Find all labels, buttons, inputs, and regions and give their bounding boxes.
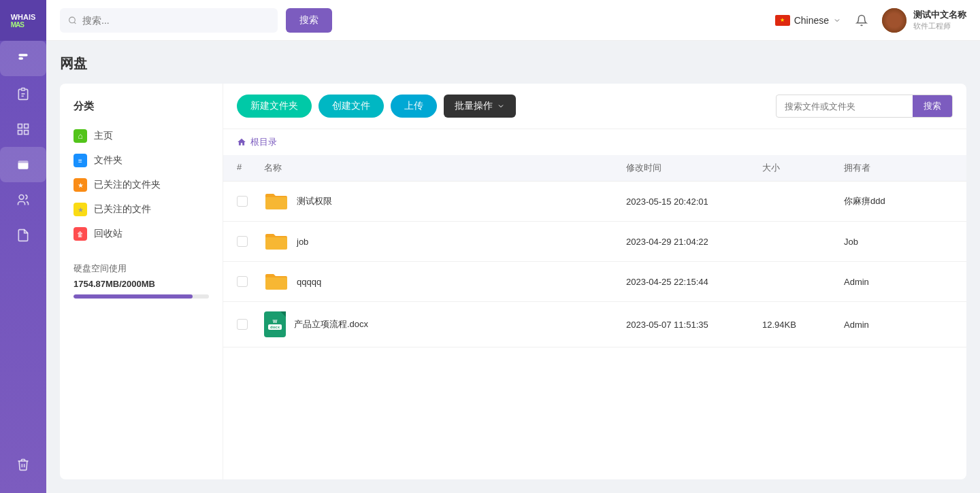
svg-rect-0	[22, 88, 25, 90]
sidebar-item-documents[interactable]	[0, 218, 46, 253]
file-modified: 2023-04-25 22:15:44	[626, 277, 762, 287]
header: 搜索 ★ Chinese 测试中文名称 软件工程师	[46, 0, 980, 41]
category-home-label: 主页	[94, 130, 113, 142]
table-row: qqqqq 2023-04-25 22:15:44 Admin	[223, 262, 966, 302]
category-item-star-folder[interactable]: ★ 已关注的文件夹	[74, 173, 209, 197]
sidebar-item-users[interactable]	[0, 182, 46, 218]
file-modified: 2023-05-15 20:42:01	[626, 197, 762, 207]
docx-icon: W docx	[264, 311, 286, 337]
category-star-file-label: 已关注的文件	[94, 203, 151, 216]
table-header: # 名称 修改时间 大小 拥有者	[223, 155, 966, 182]
row-checkbox[interactable]	[237, 236, 248, 247]
row-checkbox[interactable]	[237, 276, 248, 287]
folder-icon	[264, 231, 289, 252]
user-name: 测试中文名称	[913, 9, 966, 21]
row-checkbox[interactable]	[237, 319, 248, 330]
storage-bar-background	[74, 294, 209, 299]
toolbar: 新建文件夹 创建文件 上传 批量操作 搜索	[223, 84, 966, 129]
notification-button[interactable]	[849, 8, 874, 33]
sidebar-item-trash[interactable]	[0, 447, 46, 482]
col-modified: 修改时间	[626, 162, 762, 174]
trash-cat-icon: 🗑	[74, 227, 87, 241]
sidebar-item-grid[interactable]	[0, 112, 46, 147]
batch-chevron-icon	[497, 102, 505, 110]
table-row: job 2023-04-29 21:04:22 Job	[223, 222, 966, 262]
col-hash: #	[237, 162, 264, 174]
folder-icon	[264, 191, 289, 211]
user-info[interactable]: 测试中文名称 软件工程师	[882, 8, 966, 33]
create-file-button[interactable]: 创建文件	[318, 95, 384, 118]
col-name: 名称	[264, 162, 626, 174]
file-modified: 2023-04-29 21:04:22	[626, 237, 762, 247]
main-card: 分类 ⌂ 主页 ≡ 文件夹 ★ 已关注的文件夹 ★ 已关注的文件	[60, 84, 966, 479]
file-owner: Job	[844, 237, 953, 247]
file-owner: 你麻痹ddd	[844, 195, 953, 207]
svg-line-9	[74, 22, 76, 23]
row-checkbox[interactable]	[237, 196, 248, 207]
table-row: W docx 产品立项流程.docx 2023-05-07 11:51:35 1…	[223, 302, 966, 347]
sidebar-item-clipboard[interactable]	[0, 76, 46, 112]
global-search-input[interactable]	[82, 15, 270, 26]
file-name: job	[297, 237, 308, 247]
category-title: 分类	[74, 100, 209, 113]
search-icon	[68, 16, 77, 25]
file-name-cell: job	[264, 231, 626, 252]
chevron-down-icon	[833, 16, 841, 24]
language-selector[interactable]: ★ Chinese	[775, 15, 841, 26]
left-panel: 分类 ⌂ 主页 ≡ 文件夹 ★ 已关注的文件夹 ★ 已关注的文件	[60, 84, 223, 479]
svg-rect-5	[18, 131, 22, 135]
file-name-cell: qqqqq	[264, 271, 626, 292]
col-size: 大小	[762, 162, 844, 174]
avatar	[882, 8, 906, 33]
file-size: 12.94KB	[762, 320, 844, 330]
category-item-trash[interactable]: 🗑 回收站	[74, 222, 209, 246]
storage-amount: 1754.87MB/2000MB	[74, 279, 209, 289]
breadcrumb-path: 根目录	[250, 136, 277, 148]
star-file-cat-icon: ★	[74, 203, 87, 216]
file-name-cell: 测试权限	[264, 191, 626, 211]
svg-point-8	[69, 17, 76, 23]
table-row: 测试权限 2023-05-15 20:42:01 你麻痹ddd	[223, 182, 966, 222]
sidebar: WHAIS MAS	[0, 0, 46, 493]
user-role: 软件工程师	[913, 21, 966, 31]
folder-icon	[264, 271, 289, 292]
star-folder-cat-icon: ★	[74, 178, 87, 192]
right-panel: 新建文件夹 创建文件 上传 批量操作 搜索 根目录	[223, 84, 966, 479]
upload-button[interactable]: 上传	[391, 95, 437, 118]
global-search-button[interactable]: 搜索	[286, 8, 332, 33]
file-owner: Admin	[844, 320, 953, 330]
file-search-button[interactable]: 搜索	[913, 95, 952, 118]
file-owner: Admin	[844, 277, 953, 287]
category-item-folder[interactable]: ≡ 文件夹	[74, 148, 209, 173]
svg-rect-3	[18, 124, 22, 129]
svg-rect-4	[24, 124, 29, 129]
page-title: 网盘	[60, 54, 966, 73]
storage-label: 硬盘空间使用	[74, 262, 209, 275]
batch-button[interactable]: 批量操作	[444, 95, 516, 118]
storage-bar-fill	[74, 294, 193, 299]
svg-point-7	[19, 195, 24, 200]
file-name: 测试权限	[297, 195, 332, 207]
app-logo[interactable]: WHAIS MAS	[0, 0, 46, 41]
category-item-star-file[interactable]: ★ 已关注的文件	[74, 197, 209, 222]
category-folder-label: 文件夹	[94, 154, 122, 167]
home-cat-icon: ⌂	[74, 129, 87, 143]
category-star-folder-label: 已关注的文件夹	[94, 179, 161, 191]
file-modified: 2023-05-07 11:51:35	[626, 320, 762, 330]
file-table: # 名称 修改时间 大小 拥有者	[223, 155, 966, 479]
category-item-home[interactable]: ⌂ 主页	[74, 124, 209, 148]
svg-rect-6	[24, 131, 29, 135]
sidebar-item-drive[interactable]	[0, 147, 46, 182]
col-owner: 拥有者	[844, 162, 953, 174]
content-area: 网盘 分类 ⌂ 主页 ≡ 文件夹 ★ 已关注的文件夹 ★	[46, 41, 980, 493]
flag-icon: ★	[775, 15, 790, 26]
new-folder-button[interactable]: 新建文件夹	[237, 95, 312, 118]
folder-cat-icon: ≡	[74, 154, 87, 167]
sidebar-item-home[interactable]	[0, 41, 46, 76]
main-wrapper: 搜索 ★ Chinese 测试中文名称 软件工程师 网盘 分类	[46, 0, 980, 493]
file-name-cell: W docx 产品立项流程.docx	[264, 311, 626, 337]
file-search-input[interactable]	[777, 101, 913, 112]
file-name: qqqqq	[297, 277, 321, 287]
breadcrumb: 根目录	[223, 129, 966, 155]
global-search-bar	[60, 8, 278, 33]
